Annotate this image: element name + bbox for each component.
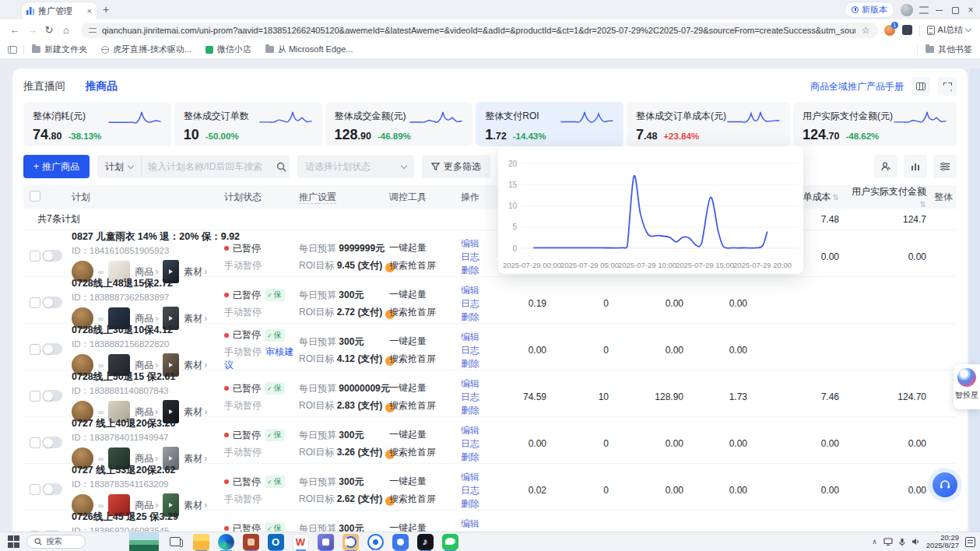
row-enable-toggle[interactable] xyxy=(42,343,62,355)
row-checkbox[interactable] xyxy=(30,251,40,261)
page-tab[interactable]: 推直播间 xyxy=(23,79,65,93)
col-overall-truncated[interactable]: 整体 xyxy=(934,191,968,204)
back-button[interactable]: ← xyxy=(6,24,23,36)
select-all-checkbox[interactable] xyxy=(30,191,40,202)
bookmark-star-icon[interactable]: ☆ xyxy=(862,25,870,36)
product-link[interactable]: 商品› xyxy=(135,405,158,419)
search-top-screen-link[interactable]: 搜索抢首屏 xyxy=(389,493,461,506)
metric-card[interactable]: 整体消耗(元) 74.80 -38.13% xyxy=(23,102,171,146)
other-bookmarks-button[interactable]: 其他书签 xyxy=(917,44,972,55)
audience-button[interactable] xyxy=(874,155,897,178)
product-link[interactable]: 商品› xyxy=(135,359,158,372)
plan-name[interactable]: 0728线上30退10保4.12 xyxy=(72,324,173,337)
plan-name[interactable]: 0726线上45 退25 保3.29 xyxy=(72,511,178,524)
browser-menu-icon[interactable] xyxy=(919,6,929,14)
row-checkbox[interactable] xyxy=(30,437,40,448)
row-enable-toggle[interactable] xyxy=(42,250,62,261)
browser-profile-avatar[interactable] xyxy=(901,4,913,16)
bookmark-item[interactable]: 从 Microsoft Edge... xyxy=(265,44,353,55)
edit-link[interactable]: 编辑 xyxy=(461,471,506,484)
material-link[interactable]: 素材› xyxy=(184,405,207,419)
site-settings-icon[interactable] xyxy=(89,27,97,33)
metric-card[interactable]: 用户实际支付金额(元) 124.70 -48.62% xyxy=(793,102,957,146)
side-panel-icon[interactable] xyxy=(8,46,17,54)
column-settings-button[interactable] xyxy=(912,77,930,96)
row-checkbox[interactable] xyxy=(30,391,40,402)
delete-link[interactable]: 删除 xyxy=(461,357,506,370)
product-link[interactable]: 商品› xyxy=(135,499,158,512)
plan-status-select[interactable]: 请选择计划状态 xyxy=(297,155,414,178)
product-link[interactable]: 商品› xyxy=(135,265,158,279)
metric-card[interactable]: 整体支付ROI 1.72 -14.43% xyxy=(476,102,623,146)
col-tools[interactable]: 调控工具 xyxy=(389,191,461,204)
notification-center-button[interactable] xyxy=(965,537,975,547)
fullscreen-button[interactable] xyxy=(938,77,957,96)
row-checkbox[interactable] xyxy=(30,344,40,355)
ai-summary-button[interactable]: AI总结 xyxy=(927,24,971,36)
product-link[interactable]: 商品› xyxy=(135,452,158,465)
plan-name[interactable]: 0727 线上53退20保2.62 xyxy=(72,464,175,477)
bookmark-item[interactable]: 虎牙直播-技术驱动... xyxy=(101,44,191,55)
plan-name[interactable]: 0728线上48退15保2.72 xyxy=(72,277,173,290)
extension-badge-icon[interactable] xyxy=(884,25,895,36)
tray-expand-icon[interactable]: ∧ xyxy=(872,538,877,546)
sort-icon[interactable]: ⇅ xyxy=(833,193,839,202)
microphone-icon[interactable] xyxy=(899,538,905,546)
search-top-screen-link[interactable]: 搜索抢首屏 xyxy=(389,306,461,319)
one-key-boost-link[interactable]: 一键起量 xyxy=(389,335,461,348)
taskbar-clock[interactable]: 20:29 2025/8/27 xyxy=(926,534,959,550)
taskbar-search[interactable]: 搜索 xyxy=(26,535,86,549)
metric-card[interactable]: 整体成交订单成本(元) 7.48 +23.84% xyxy=(627,102,790,146)
search-top-screen-link[interactable]: 搜索抢首屏 xyxy=(389,259,461,272)
delete-link[interactable]: 删除 xyxy=(461,311,506,324)
row-checkbox[interactable] xyxy=(30,484,40,495)
forward-button[interactable]: → xyxy=(23,24,40,36)
one-key-boost-link[interactable]: 一键起量 xyxy=(389,428,461,441)
window-maximize-button[interactable] xyxy=(950,5,960,15)
edit-link[interactable]: 编辑 xyxy=(461,377,506,391)
home-button[interactable]: ⌂ xyxy=(58,24,75,36)
window-minimize-button[interactable] xyxy=(935,5,944,15)
col-user-payment[interactable]: 用户实际支付金额⇅ xyxy=(847,185,934,209)
taskbar-app-icon[interactable] xyxy=(218,534,234,550)
material-link[interactable]: 素材› xyxy=(184,265,207,279)
row-enable-toggle[interactable] xyxy=(42,437,62,448)
one-key-boost-link[interactable]: 一键起量 xyxy=(389,288,461,301)
address-bar[interactable]: qianchuan.jinritemai.com/uni-prom?aavid=… xyxy=(81,23,878,38)
log-link[interactable]: 日志 xyxy=(461,391,506,404)
one-key-boost-link[interactable]: 一键起量 xyxy=(389,475,461,488)
bookmark-item[interactable]: 新建文件夹 xyxy=(32,44,87,55)
search-top-screen-link[interactable]: 搜索抢首屏 xyxy=(389,446,461,459)
chart-view-button[interactable] xyxy=(904,155,927,178)
taskbar-app-icon[interactable] xyxy=(268,534,284,550)
taskbar-app-icon[interactable] xyxy=(442,534,458,550)
col-status[interactable]: 计划状态 xyxy=(224,191,299,204)
plan-name[interactable]: 0727 线上40退20保3.26 xyxy=(72,417,175,430)
browser-tab[interactable]: 推广管理 × xyxy=(22,2,97,19)
taskbar-app-icon[interactable] xyxy=(417,534,434,550)
row-enable-toggle[interactable] xyxy=(42,390,62,402)
display-icon[interactable] xyxy=(883,538,893,546)
material-link[interactable]: 素材› xyxy=(184,359,207,372)
taskbar-app-icon[interactable] xyxy=(293,534,309,550)
sort-icon[interactable]: ⇅ xyxy=(920,200,926,209)
tab-close-icon[interactable]: × xyxy=(87,6,92,16)
reload-button[interactable]: ↻ xyxy=(40,24,58,36)
taskbar-app-icon[interactable] xyxy=(342,534,359,550)
metric-card[interactable]: 整体成交金额(元) 128.90 -46.89% xyxy=(325,102,473,146)
edit-link[interactable]: 编辑 xyxy=(461,424,506,437)
material-link[interactable]: 素材› xyxy=(184,312,207,325)
taskbar-app-icon[interactable] xyxy=(367,534,384,550)
taskbar-app-icon[interactable] xyxy=(243,534,259,550)
new-version-button[interactable]: 新版本 xyxy=(845,2,894,18)
product-link[interactable]: 商品› xyxy=(135,312,158,325)
search-icon[interactable] xyxy=(272,162,290,172)
delete-link[interactable]: 删除 xyxy=(461,404,506,417)
one-key-boost-link[interactable]: 一键起量 xyxy=(389,521,461,532)
product-manual-link[interactable]: 商品全域推广产品手册 xyxy=(810,80,904,93)
material-link[interactable]: 素材› xyxy=(184,499,207,512)
search-type-select[interactable]: 计划 xyxy=(97,155,142,178)
volume-icon[interactable] xyxy=(912,538,920,546)
edit-link[interactable]: 编辑 xyxy=(461,284,506,297)
row-enable-toggle[interactable] xyxy=(42,483,62,495)
